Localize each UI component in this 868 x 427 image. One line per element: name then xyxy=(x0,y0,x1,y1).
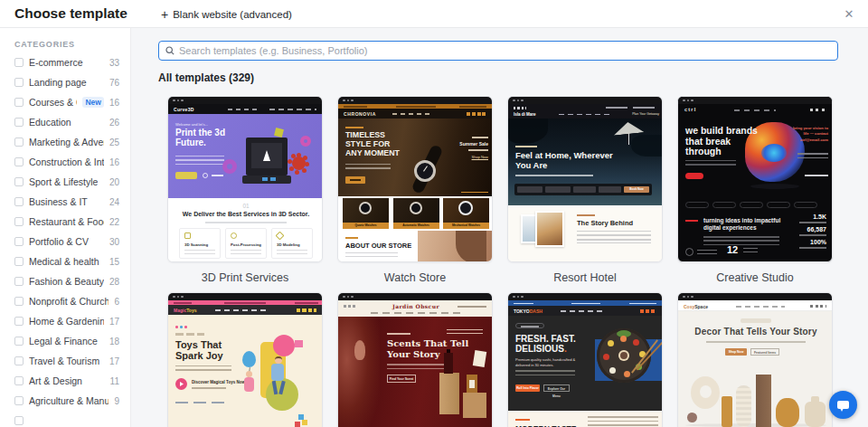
text-skeleton xyxy=(515,419,530,421)
vase xyxy=(736,385,751,427)
gift-decor xyxy=(295,340,303,347)
category-item[interactable]: Construction & Interior 16 xyxy=(14,152,119,172)
blank-website-button[interactable]: + Blank website (advanced) xyxy=(161,0,292,28)
category-item[interactable]: Medical & health 15 xyxy=(14,251,119,271)
category-checkbox[interactable] xyxy=(14,157,24,166)
category-item[interactable]: Portfolio & CV 30 xyxy=(14,232,119,251)
template-caption: Creative Studio xyxy=(677,262,833,292)
category-checkbox[interactable] xyxy=(14,197,24,206)
category-checkbox[interactable] xyxy=(14,257,24,266)
category-item[interactable]: Sport & Lifestyle 20 xyxy=(14,172,119,192)
social-icons xyxy=(810,109,826,111)
shape-decor xyxy=(273,335,295,356)
category-item[interactable]: Fashion & Beauty 28 xyxy=(14,271,119,291)
browser-chrome xyxy=(168,97,322,104)
site-logo: Isla di Mare xyxy=(514,112,536,117)
text-skeleton xyxy=(797,153,828,160)
category-item[interactable]: Marketing & Advertising 25 xyxy=(14,132,119,152)
category-label: Business & IT xyxy=(29,196,88,207)
text-skeleton xyxy=(387,333,410,335)
category-checkbox[interactable] xyxy=(14,98,24,107)
site-header: MagicToys xyxy=(168,305,323,315)
template-caption: Resort Hotel xyxy=(507,262,663,292)
category-checkbox[interactable] xyxy=(14,217,24,226)
template-preview-watch-store[interactable]: CHRONOVIA TIMELESS STYLE FOR ANY MOMENT xyxy=(337,96,493,262)
category-item[interactable]: Nonprofit & Church 6 xyxy=(14,291,119,311)
site-header: CosySpace xyxy=(678,300,833,311)
category-label: Sport & Lifestyle xyxy=(29,176,98,187)
site-header: Jardin Obscur xyxy=(338,300,493,317)
hero-heading: Print the 3d Future. xyxy=(175,128,233,148)
category-checkbox[interactable] xyxy=(14,118,24,127)
category-checkbox[interactable] xyxy=(14,138,24,147)
category-item[interactable]: Education 26 xyxy=(14,112,119,132)
close-icon[interactable]: ✕ xyxy=(840,5,858,23)
category-item[interactable]: Courses & Coaching New 16 xyxy=(14,92,119,112)
site-logo-b: Toys xyxy=(186,308,196,313)
template-preview-sushi[interactable]: TOKYODASH FRESH. FAST. DELISIOUS. Premiu… xyxy=(507,292,663,427)
site-logo-b: Space xyxy=(694,304,708,309)
category-count: 17 xyxy=(109,356,119,366)
search-input[interactable] xyxy=(179,45,831,56)
vase xyxy=(691,376,720,409)
block-decor xyxy=(295,422,300,427)
category-checkbox[interactable] xyxy=(14,376,24,385)
category-item[interactable]: E-commerce 33 xyxy=(14,52,119,72)
category-checkbox[interactable] xyxy=(14,237,24,246)
category-checkbox[interactable] xyxy=(14,177,24,186)
template-preview-toys[interactable]: MagicToys Toys That Spark Joy Discover M… xyxy=(167,292,323,427)
category-count: 11 xyxy=(110,376,119,386)
category-checkbox[interactable] xyxy=(14,317,24,326)
categories-sidebar: CATEGORIES E-commerce 33 Landing page 76 xyxy=(0,28,131,427)
secondary-button: Featured Items xyxy=(750,348,779,356)
category-checkbox[interactable] xyxy=(14,396,24,405)
category-item[interactable]: Business & IT 24 xyxy=(14,192,119,212)
template-preview-perfume[interactable]: Jardin Obscur Scents That Tell Your Stor… xyxy=(337,292,493,427)
category-item[interactable]: Art & Design 11 xyxy=(14,371,119,391)
search-icon xyxy=(165,46,175,55)
booking-bar: Book Now xyxy=(514,184,652,195)
hero-badge xyxy=(515,323,544,328)
category-checkbox[interactable] xyxy=(14,297,24,306)
browser-chrome xyxy=(338,97,492,104)
category-item[interactable]: Travel & Tourism 17 xyxy=(14,351,119,371)
category-item[interactable]: Landing page 76 xyxy=(14,72,119,92)
section-heading: We Deliver the Best Services in 3D Secto… xyxy=(168,211,323,217)
text-skeleton xyxy=(697,250,717,254)
text-skeleton xyxy=(577,231,651,243)
category-item-partial[interactable] xyxy=(14,411,119,427)
text-skeleton xyxy=(350,179,361,181)
category-item[interactable]: Agriculture & Manufacturing 9 xyxy=(14,391,119,411)
text-skeleton xyxy=(629,303,656,305)
links-skeleton xyxy=(175,402,224,403)
printer-button xyxy=(262,177,268,181)
hero-section: Feel at Home, Wherever You Are Book Now xyxy=(508,119,663,205)
text-skeleton xyxy=(344,106,367,108)
category-checkbox[interactable] xyxy=(14,416,24,425)
chat-widget-button[interactable] xyxy=(829,391,857,419)
category-checkbox[interactable] xyxy=(14,337,24,346)
template-preview-creative-studio[interactable]: ctrl we build brands that break through … xyxy=(677,96,833,262)
hero-section: FRESH. FAST. DELISIOUS. Premium quality … xyxy=(508,316,663,411)
template-preview-decor[interactable]: CosySpace Decor That Tells Your Story Sh… xyxy=(677,292,833,427)
nav-skeleton xyxy=(736,306,785,308)
search-bar[interactable] xyxy=(158,41,838,61)
category-item[interactable]: Restaurant & Food 22 xyxy=(14,212,119,232)
category-label: Education xyxy=(29,117,71,128)
services-section: 01 We Deliver the Best Services in 3D Se… xyxy=(168,198,323,262)
category-checkbox[interactable] xyxy=(14,277,24,286)
hero-section: Welcome and let's... Print the 3d Future… xyxy=(168,114,323,198)
promo-link: Shop Now xyxy=(472,155,488,159)
category-label: Portfolio & CV xyxy=(29,236,89,247)
category-item[interactable]: Legal & Finance 18 xyxy=(14,331,119,351)
hero-subheading: Premium quality sushi, handcrafted & del… xyxy=(515,357,580,368)
site-logo: CHRONOVIA xyxy=(344,111,376,117)
category-label: Landing page xyxy=(29,77,87,88)
category-item[interactable]: Home & Gardening 17 xyxy=(14,311,119,331)
spiky-ball-decor xyxy=(292,157,306,170)
template-preview-resort-hotel[interactable]: Isla di Mare Plan Your Getaway Feel at H… xyxy=(507,96,663,262)
category-checkbox[interactable] xyxy=(14,356,24,365)
category-checkbox[interactable] xyxy=(14,58,24,67)
category-checkbox[interactable] xyxy=(14,78,24,87)
template-preview-3d-print[interactable]: Curve3D Welcome and let's... Print the 3… xyxy=(167,96,323,262)
